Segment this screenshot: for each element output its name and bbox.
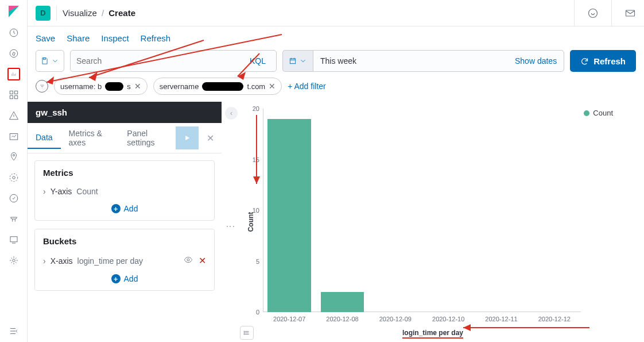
svg-rect-15 xyxy=(626,10,635,16)
chevron-right-icon: › xyxy=(43,187,46,196)
toggle-visibility-icon[interactable] xyxy=(184,255,193,266)
space-badge[interactable]: D xyxy=(36,6,51,21)
share-link[interactable]: Share xyxy=(67,33,90,43)
maps-icon[interactable] xyxy=(7,151,20,163)
add-filter-link[interactable]: + Add filter xyxy=(288,82,326,91)
xtick: 2020-12-11 xyxy=(485,316,517,322)
filter-pill-username[interactable]: username: bs ✕ xyxy=(54,78,148,95)
left-nav-rail xyxy=(0,0,28,342)
alert-icon[interactable] xyxy=(7,109,20,122)
metric-yaxis-row[interactable]: › Y-axis Count xyxy=(43,183,206,199)
recent-icon[interactable] xyxy=(7,26,20,39)
discard-changes-button[interactable]: ✕ xyxy=(199,126,222,149)
visualize-icon[interactable] xyxy=(7,68,20,80)
add-metric-link[interactable]: +Add xyxy=(43,199,206,214)
legend-toggle-button[interactable] xyxy=(240,326,254,340)
kql-toggle[interactable]: KQL xyxy=(250,56,270,66)
ytick: 5 xyxy=(256,258,259,265)
ytick: 0 xyxy=(256,309,259,316)
remove-filter-icon[interactable]: ✕ xyxy=(269,82,276,91)
svg-point-19 xyxy=(187,259,189,261)
bucket-xaxis-row[interactable]: › X-axis login_time per day ✕ xyxy=(43,252,206,270)
legend-label: Count xyxy=(593,109,613,117)
ml-icon[interactable] xyxy=(7,171,20,184)
remove-filter-icon[interactable]: ✕ xyxy=(134,82,141,91)
tab-data[interactable]: Data xyxy=(28,127,61,149)
action-bar: Save Share Inspect Refresh xyxy=(28,26,644,50)
query-input[interactable] xyxy=(76,56,250,66)
metrics-heading: Metrics xyxy=(43,168,206,178)
remove-bucket-icon[interactable]: ✕ xyxy=(199,255,206,266)
svg-rect-7 xyxy=(14,96,17,99)
mail-icon[interactable] xyxy=(624,7,636,19)
plus-icon: + xyxy=(111,204,121,213)
breadcrumb-parent[interactable]: Visualize xyxy=(63,8,97,18)
viz-title: gw_ssh xyxy=(36,107,67,117)
chart-bar[interactable] xyxy=(267,119,311,312)
date-range-value: This week xyxy=(320,56,356,66)
svg-point-11 xyxy=(10,174,18,182)
svg-marker-18 xyxy=(185,136,189,140)
buckets-card: Buckets › X-axis login_time per day ✕ +A… xyxy=(34,229,215,291)
saved-query-dropdown[interactable] xyxy=(36,50,64,72)
apply-changes-button[interactable] xyxy=(176,126,199,149)
svg-point-10 xyxy=(12,176,15,179)
xtick: 2020-12-09 xyxy=(379,316,412,322)
chart-plot: 051015202020-12-072020-12-082020-12-0920… xyxy=(263,109,581,312)
query-input-wrapper: KQL xyxy=(70,50,277,72)
dashboard-icon[interactable] xyxy=(7,89,20,101)
metrics-card: Metrics › Y-axis Count +Add xyxy=(34,160,215,221)
collapse-nav-icon[interactable] xyxy=(7,325,20,337)
metrics-icon[interactable] xyxy=(7,130,20,143)
chart-legend[interactable]: Count xyxy=(584,109,613,117)
kibana-logo[interactable] xyxy=(7,5,21,18)
breadcrumb: Visualize / Create xyxy=(63,8,135,18)
add-bucket-link[interactable]: +Add xyxy=(43,270,206,285)
chevron-right-icon: › xyxy=(43,256,46,266)
chart-bar[interactable] xyxy=(321,292,364,312)
svg-rect-12 xyxy=(10,237,17,242)
editor-panel: gw_ssh Data Metrics & axes Panel setting… xyxy=(28,102,222,342)
svg-point-20 xyxy=(244,331,245,332)
svg-rect-16 xyxy=(44,58,46,60)
topbar: D Visualize / Create xyxy=(28,0,644,26)
chart-ylabel: Count xyxy=(247,212,255,232)
date-range-box[interactable]: This week Show dates xyxy=(313,50,564,72)
svg-point-21 xyxy=(244,333,245,333)
dev-tools-icon[interactable] xyxy=(7,233,20,246)
svg-point-9 xyxy=(13,155,14,156)
xtick: 2020-12-07 xyxy=(273,316,305,322)
xtick: 2020-12-12 xyxy=(538,316,571,322)
svg-point-14 xyxy=(589,9,598,17)
uptime-icon[interactable] xyxy=(7,192,20,205)
chart-xlabel: login_time per day xyxy=(402,329,463,339)
newsfeed-icon[interactable] xyxy=(587,7,599,19)
viz-title-bar: gw_ssh xyxy=(28,102,222,123)
refresh-link[interactable]: Refresh xyxy=(141,33,171,43)
save-link[interactable]: Save xyxy=(36,33,55,43)
date-quick-select[interactable] xyxy=(282,50,313,72)
tab-panel-settings[interactable]: Panel settings xyxy=(119,123,176,153)
ytick: 15 xyxy=(253,156,259,163)
filter-pill-servername[interactable]: servernamet.com ✕ xyxy=(153,78,282,95)
legend-swatch xyxy=(584,110,589,116)
management-icon[interactable] xyxy=(7,254,20,267)
svg-rect-17 xyxy=(290,59,295,64)
xtick: 2020-12-08 xyxy=(326,316,358,322)
filter-menu-icon[interactable] xyxy=(36,80,48,93)
plus-icon: + xyxy=(111,274,121,283)
siem-icon[interactable] xyxy=(7,213,20,225)
svg-point-22 xyxy=(244,334,245,335)
show-dates-link[interactable]: Show dates xyxy=(515,56,557,66)
refresh-button[interactable]: Refresh xyxy=(570,50,636,72)
svg-rect-4 xyxy=(10,91,13,94)
tab-metrics-axes[interactable]: Metrics & axes xyxy=(61,123,119,153)
xtick: 2020-12-10 xyxy=(432,316,464,322)
ytick: 10 xyxy=(253,207,259,214)
breadcrumb-current: Create xyxy=(108,8,135,18)
inspect-link[interactable]: Inspect xyxy=(101,33,129,43)
svg-point-3 xyxy=(10,49,18,57)
chart-area: Count Count 051015202020-12-072020-12-08… xyxy=(222,102,644,342)
discover-icon[interactable] xyxy=(7,47,20,60)
editor-tabs: Data Metrics & axes Panel settings ✕ xyxy=(28,123,222,153)
